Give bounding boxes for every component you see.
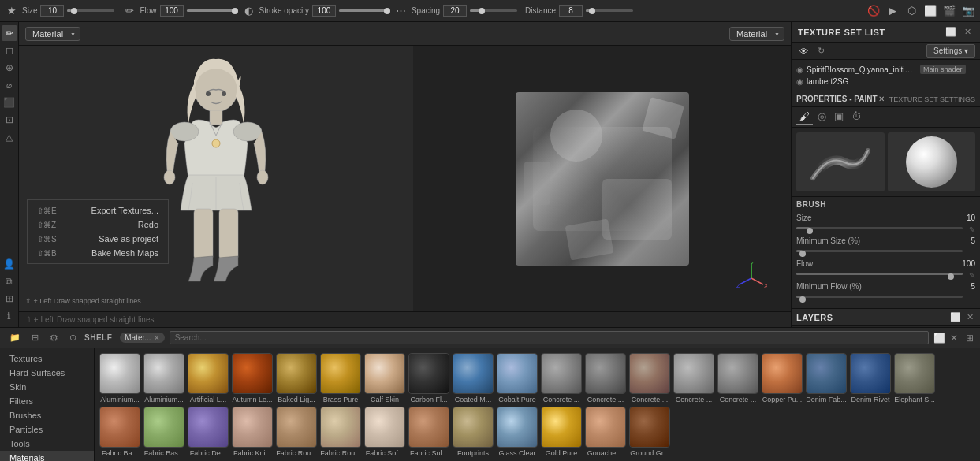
shelf-cat-skin[interactable]: Skin [0, 380, 94, 394]
star-icon[interactable]: ★ [5, 4, 19, 18]
shelf-item-brass[interactable]: Brass Pure [320, 353, 361, 403]
tool-erase[interactable]: ◻ [2, 43, 17, 58]
size-slider[interactable] [67, 9, 114, 12]
shelf-cat-filters[interactable]: Filters [0, 394, 94, 408]
prop-tab-clock[interactable]: ⏱ [848, 109, 865, 125]
shelf-cat-particles[interactable]: Particles [0, 422, 94, 437]
shelf-item-baked[interactable]: Baked Lig... [276, 353, 317, 403]
tool-fill[interactable]: ⬛ [2, 95, 17, 110]
tool-clone[interactable]: ⊕ [2, 60, 17, 76]
brush-flow-edit[interactable]: ✎ [969, 271, 975, 280]
shelf-cat-materials[interactable]: Materials [0, 451, 94, 461]
viewport-texture[interactable]: X Z Y [413, 46, 791, 311]
shelf-item-concrete5[interactable]: Concrete ... [717, 353, 758, 403]
shelf-item-copper[interactable]: Copper Pu... [762, 353, 803, 403]
stroke-icon[interactable]: ◐ [242, 4, 256, 18]
right-viewport-dropdown[interactable]: Material [729, 27, 784, 41]
shelf-item-footprints[interactable]: Footprints [453, 407, 494, 457]
distance-value[interactable]: 8 [559, 5, 583, 17]
shelf-item-denim2[interactable]: Denim Rivet [850, 353, 891, 403]
shelf-cat-textures[interactable]: Textures [0, 351, 94, 366]
shelf-item-concrete4[interactable]: Concrete ... [673, 353, 714, 403]
shelf-item-concrete3[interactable]: Concrete ... [629, 353, 670, 403]
shelf-item-glass[interactable]: Glass Clear [497, 407, 538, 457]
min-flow-slider[interactable] [796, 292, 975, 302]
shelf-grid-icon[interactable]: ⊞ [966, 333, 974, 344]
context-redo[interactable]: ⇧⌘Z Redo [28, 217, 168, 232]
ts-tab-eye1[interactable]: 👁 [796, 45, 811, 58]
spacing-value[interactable]: 20 [443, 5, 467, 17]
shelf-item-fabric-ro1[interactable]: Fabric Rou... [276, 407, 317, 457]
ts-settings-tab[interactable]: TEXTURE SET SETTINGS [889, 95, 975, 103]
uv-icon[interactable]: ⬜ [923, 4, 937, 18]
flow-value[interactable]: 100 [160, 5, 184, 17]
ts-tab-eye2[interactable]: ↻ [814, 44, 828, 58]
shelf-cat-hard[interactable]: Hard Surfaces [0, 366, 94, 380]
context-save[interactable]: ⇧⌘S Save as project [28, 232, 168, 246]
shelf-item-ground[interactable]: Ground Gr... [629, 407, 670, 457]
shelf-folder-icon[interactable]: 📁 [6, 332, 24, 344]
shelf-item-aluminium1[interactable]: Aluminium... [99, 353, 140, 403]
shelf-item-fabric-ba[interactable]: Fabric Ba... [99, 407, 140, 457]
tool-select[interactable]: ⊡ [2, 112, 17, 128]
camera-off-icon[interactable]: 🚫 [866, 4, 881, 18]
close-layers-icon[interactable]: ✕ [965, 311, 975, 323]
shelf-item-fabric-ro2[interactable]: Fabric Rou... [320, 407, 361, 457]
prop-paint-close[interactable]: ✕ [878, 95, 885, 103]
shelf-item-artificial[interactable]: Artificial L... [188, 353, 229, 403]
shelf-item-calf[interactable]: Calf Skin [364, 353, 405, 403]
camera-icon[interactable]: 📷 [961, 4, 975, 18]
min-size-slider[interactable] [796, 247, 975, 256]
shelf-expand-icon[interactable]: ⬜ [933, 333, 945, 344]
context-export[interactable]: ⇧⌘E Export Textures... [28, 203, 168, 217]
shelf-cat-brushes[interactable]: Brushes [0, 408, 94, 422]
stroke-value[interactable]: 100 [312, 5, 336, 17]
shelf-item-concrete2[interactable]: Concrete ... [585, 353, 626, 403]
shelf-filter-icon[interactable]: ⚙ [47, 332, 61, 344]
shelf-item-gouache[interactable]: Gouache ... [585, 407, 626, 457]
shelf-circle-icon[interactable]: ⊙ [66, 332, 80, 344]
tool-grid[interactable]: ⊞ [2, 291, 17, 307]
spacing-icon[interactable]: ⋯ [394, 4, 408, 18]
brush-icon[interactable]: ✏ [122, 4, 136, 18]
shelf-filter-remove[interactable]: ✕ [154, 334, 160, 342]
play-icon[interactable]: ▶ [885, 4, 900, 18]
shelf-search-input[interactable] [170, 331, 929, 344]
tool-polygon[interactable]: △ [2, 129, 17, 145]
shelf-item-fabric-bas[interactable]: Fabric Bas... [143, 407, 184, 457]
flow-slider[interactable] [187, 9, 234, 12]
expand-icon[interactable]: ⬜ [948, 311, 963, 323]
shelf-item-fabric-de[interactable]: Fabric De... [188, 407, 229, 457]
close-panel-icon[interactable]: ✕ [962, 26, 974, 38]
shelf-item-elephant[interactable]: Elephant S... [894, 353, 935, 403]
collapse-icon[interactable]: ⬜ [943, 26, 959, 38]
tool-smudge[interactable]: ⌀ [2, 77, 17, 93]
shelf-item-fabric-kn[interactable]: Fabric Kni... [232, 407, 273, 457]
prop-tab-brush[interactable]: 🖌 [796, 109, 813, 125]
settings-button[interactable]: Settings ▾ [926, 44, 975, 58]
size-value[interactable]: 10 [40, 5, 64, 17]
spacing-slider[interactable] [470, 9, 517, 12]
mesh-icon[interactable]: ⬡ [904, 4, 919, 18]
left-viewport-dropdown[interactable]: Material [25, 27, 80, 41]
brush-size-edit[interactable]: ✎ [969, 225, 975, 234]
video-icon[interactable]: 🎬 [942, 4, 956, 18]
tool-info[interactable]: ℹ [2, 308, 17, 324]
prop-tab-circle[interactable]: ◎ [814, 109, 829, 125]
shelf-cat-tools[interactable]: Tools [0, 437, 94, 451]
brush-size-slider[interactable]: ✎ [796, 224, 975, 233]
shelf-item-coated[interactable]: Coated M... [453, 353, 494, 403]
distance-slider[interactable] [586, 9, 633, 12]
shelf-item-autumn[interactable]: Autumn Le... [232, 353, 273, 403]
shelf-item-aluminium2[interactable]: Aluminium... [143, 353, 184, 403]
stroke-slider[interactable] [339, 9, 386, 12]
context-bake[interactable]: ⇧⌘B Bake Mesh Maps [28, 246, 168, 260]
shelf-item-concrete1[interactable]: Concrete ... [541, 353, 582, 403]
shelf-item-carbon[interactable]: Carbon Fl... [408, 353, 449, 403]
shelf-item-gold[interactable]: Gold Pure [541, 407, 582, 457]
prop-tab-square[interactable]: ▣ [831, 109, 847, 125]
shelf-item-fabric-so[interactable]: Fabric Sof... [364, 407, 405, 457]
viewport-3d[interactable]: ⇧⌘E Export Textures... ⇧⌘Z Redo ⇧⌘S Save… [19, 46, 413, 311]
shelf-item-denim[interactable]: Denim Fab... [806, 353, 847, 403]
tool-paint[interactable]: ✏ [2, 25, 17, 41]
